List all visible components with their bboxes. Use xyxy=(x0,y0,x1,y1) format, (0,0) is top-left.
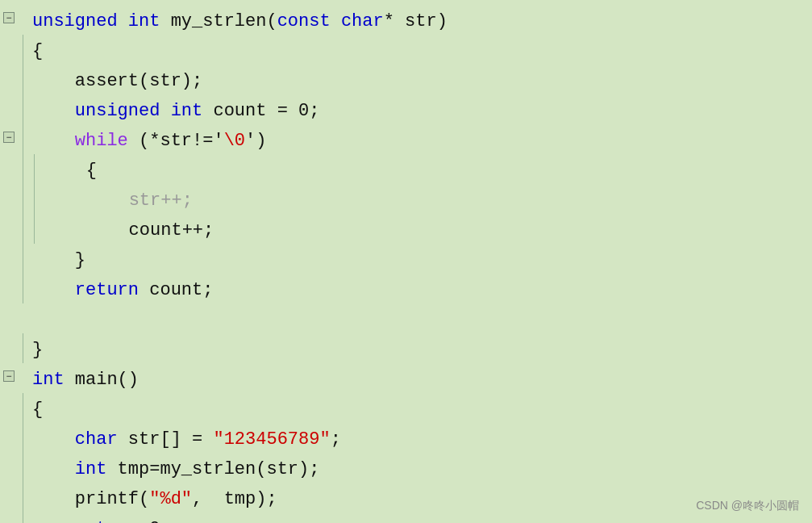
code-text: assert(str); xyxy=(29,65,812,94)
code-text: while (*str!='\0') xyxy=(29,124,812,154)
token: } xyxy=(32,250,85,270)
token: ') xyxy=(245,131,266,151)
code-text: str++; xyxy=(40,184,812,214)
fold-gutter xyxy=(0,423,18,453)
code-line: printf("%d", tmp); xyxy=(0,483,812,513)
token: , tmp); xyxy=(192,489,277,509)
fold-gutter xyxy=(0,274,18,303)
token: unsigned xyxy=(75,101,160,121)
fold-gutter[interactable]: − xyxy=(0,363,18,393)
fold-gutter xyxy=(0,184,18,214)
fold-gutter[interactable]: − xyxy=(0,124,18,154)
fold-gutter xyxy=(0,483,18,513)
token xyxy=(32,131,75,151)
vline-col xyxy=(18,393,29,423)
token: int xyxy=(171,101,203,121)
fold-gutter xyxy=(0,65,18,94)
token: char xyxy=(341,11,384,31)
vline-col xyxy=(18,333,29,363)
code-line: return count; xyxy=(0,274,812,303)
code-line: −int main() xyxy=(0,363,812,393)
token: printf( xyxy=(32,489,149,509)
fold-icon[interactable]: − xyxy=(3,370,15,382)
token: return xyxy=(75,280,139,300)
vline-col xyxy=(18,184,29,214)
code-text: return count; xyxy=(29,274,812,303)
token: { xyxy=(32,41,43,61)
fold-icon[interactable]: − xyxy=(3,12,15,23)
token: \0 xyxy=(224,131,245,151)
token xyxy=(331,11,341,31)
token xyxy=(32,280,75,300)
token: my_strlen( xyxy=(160,11,277,31)
token xyxy=(118,11,128,31)
code-text: printf("%d", tmp); xyxy=(29,483,812,513)
vline-col xyxy=(18,274,29,303)
code-line: assert(str); xyxy=(0,65,812,94)
vline-col xyxy=(18,423,29,453)
vline-col xyxy=(18,303,29,333)
code-lines: −unsigned int my_strlen(const char* str)… xyxy=(0,5,812,523)
vline-col xyxy=(18,65,29,94)
token: count = 0; xyxy=(202,101,319,121)
fold-gutter xyxy=(0,303,18,333)
code-text: int main() xyxy=(29,363,812,393)
fold-gutter xyxy=(0,214,18,244)
fold-gutter[interactable]: − xyxy=(0,5,18,35)
code-text: } xyxy=(29,244,812,274)
token: ; xyxy=(331,429,341,450)
code-text: int tmp=my_strlen(str); xyxy=(29,453,812,483)
code-line: int tmp=my_strlen(str); xyxy=(0,453,812,483)
token: int xyxy=(32,370,65,390)
vline-col xyxy=(18,363,29,393)
token: unsigned xyxy=(32,11,118,31)
code-text: { xyxy=(40,154,812,184)
token: (*str!=' xyxy=(128,131,224,151)
token: str++; xyxy=(129,190,193,211)
code-text: unsigned int count = 0; xyxy=(29,94,812,124)
fold-gutter xyxy=(0,453,18,483)
token: return xyxy=(75,519,139,523)
code-line: { xyxy=(0,393,812,423)
code-editor: −unsigned int my_strlen(const char* str)… xyxy=(0,0,812,523)
token: const xyxy=(277,11,331,31)
fold-icon[interactable]: − xyxy=(3,132,15,143)
code-line xyxy=(0,303,812,333)
vline-col xyxy=(18,483,29,513)
vline-col xyxy=(18,94,29,124)
token xyxy=(32,429,75,450)
vline-col xyxy=(18,513,29,523)
token: str[] = xyxy=(118,429,214,450)
code-line: unsigned int count = 0; xyxy=(0,94,812,124)
code-line: char str[] = "123456789"; xyxy=(0,423,812,453)
token: while xyxy=(75,131,128,151)
vline-col xyxy=(18,214,29,244)
token: main() xyxy=(65,370,139,390)
token: tmp=my_strlen(str); xyxy=(106,459,319,479)
fold-gutter xyxy=(0,244,18,274)
vline-col xyxy=(18,154,29,184)
code-text: char str[] = "123456789"; xyxy=(29,423,812,453)
token xyxy=(160,101,170,121)
code-line: return 0; xyxy=(0,513,812,523)
token xyxy=(32,459,75,479)
token: count; xyxy=(139,280,213,300)
token: int xyxy=(75,459,107,479)
code-text: count++; xyxy=(40,214,812,244)
vline-col xyxy=(18,35,29,65)
vline-col xyxy=(18,5,29,35)
token: 0; xyxy=(139,519,171,523)
code-line: − while (*str!='\0') xyxy=(0,124,812,154)
watermark: CSDN @咚咚小圆帽 xyxy=(696,497,799,515)
token: { xyxy=(44,161,97,181)
code-line: str++; xyxy=(0,184,812,214)
token xyxy=(32,101,75,121)
code-line: } xyxy=(0,244,812,274)
fold-gutter xyxy=(0,35,18,65)
fold-gutter xyxy=(0,393,18,423)
token: "123456789" xyxy=(213,429,330,450)
token xyxy=(44,190,129,211)
code-text: { xyxy=(29,35,812,65)
code-text: { xyxy=(29,393,812,423)
token: "%d" xyxy=(149,489,192,509)
